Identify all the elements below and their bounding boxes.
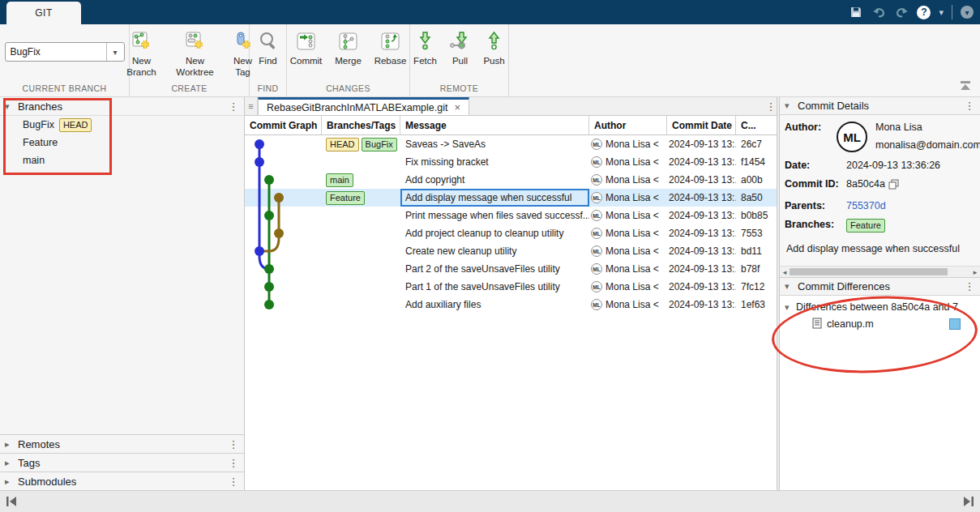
branch-item-feature[interactable]: Feature — [0, 134, 244, 151]
author-label: Author: — [785, 122, 832, 133]
branches-menu-icon[interactable]: ⋮ — [228, 100, 239, 113]
branch-item-main[interactable]: main — [0, 151, 244, 169]
column-commit-graph[interactable]: Commit Graph — [245, 116, 322, 134]
branch-name: main — [23, 155, 45, 166]
collapse-icon[interactable]: ▾ — [785, 100, 798, 111]
undo-icon[interactable] — [871, 5, 886, 19]
session-caret-icon[interactable]: ▾ — [961, 6, 974, 19]
collapse-icon[interactable]: ▾ — [5, 101, 18, 112]
help-caret-icon[interactable]: ▾ — [939, 7, 944, 18]
new-worktree-button[interactable]: New Worktree — [172, 29, 219, 79]
column-commit-id[interactable]: C... — [736, 116, 777, 134]
commit-differences-menu-icon[interactable]: ⋮ — [964, 280, 975, 292]
table-row-selected[interactable]: Feature Add display message when success… — [245, 189, 777, 207]
file-icon — [812, 318, 822, 331]
differences-group-row[interactable]: ▾ Differences between 8a50c4a and 7 — [780, 299, 980, 315]
submodules-menu-icon[interactable]: ⋮ — [228, 476, 239, 488]
tags-section-header[interactable]: ▸ Tags ⋮ — [0, 453, 244, 471]
branch-badge: main — [326, 173, 353, 187]
commit-graph-cell — [245, 189, 322, 207]
table-row[interactable]: HEAD BugFix Saveas -> SaveAs MLMona Lisa… — [245, 135, 777, 153]
parent-commit-link[interactable]: 755370d — [846, 200, 886, 211]
message-cell: Part 2 of the saveUnsaveFiles utility — [400, 260, 589, 278]
table-row[interactable]: Add auxiliary files MLMona Lisa < 2024-0… — [245, 296, 777, 314]
scrollbar-thumb[interactable] — [790, 268, 948, 275]
commit-graph-cell — [245, 278, 322, 296]
pull-button[interactable]: Pull — [447, 29, 474, 66]
group-label-changes: CHANGES — [287, 83, 409, 93]
branch-name: BugFix — [23, 119, 54, 130]
collapse-toolstrip-icon[interactable] — [959, 80, 972, 92]
diff-file-row[interactable]: cleanup.m — [780, 315, 980, 333]
table-row[interactable]: Fix missing bracket MLMona Lisa < 2024-0… — [245, 153, 777, 171]
column-branches-tags[interactable]: Branches/Tags — [322, 116, 400, 134]
author-cell: MLMona Lisa < — [589, 207, 667, 224]
close-icon[interactable]: × — [454, 101, 460, 113]
commit-differences-header[interactable]: ▾ Commit Differences ⋮ — [780, 278, 980, 296]
commit-graph-cell — [245, 260, 322, 278]
expand-icon[interactable]: ▸ — [5, 476, 18, 487]
document-bar-icon[interactable]: ≡ — [245, 97, 258, 115]
commit-id-value: 8a50c4a — [846, 178, 885, 190]
branches-tags-cell — [322, 242, 400, 260]
column-commit-date[interactable]: Commit Date — [667, 116, 736, 134]
collapse-left-panel-icon[interactable] — [6, 496, 17, 510]
author-name: Mona Lisa — [875, 122, 980, 133]
matlab-git-window: GIT ? ▾ ▾ BugFix ▾ CURRENT BRANCH — [0, 0, 980, 512]
expand-icon[interactable]: ▸ — [5, 458, 18, 468]
fetch-icon — [413, 29, 438, 53]
find-button[interactable]: Find — [250, 29, 286, 66]
commit-rows: HEAD BugFix Saveas -> SaveAs MLMona Lisa… — [245, 135, 777, 314]
message-cell: Create new cleanup utility — [400, 242, 589, 260]
new-branch-button[interactable]: New Branch — [118, 29, 165, 79]
submodules-section-header[interactable]: ▸ Submodules ⋮ — [0, 471, 244, 490]
scroll-right-icon[interactable]: ▸ — [970, 268, 980, 276]
rebase-button[interactable]: Rebase — [373, 29, 409, 66]
head-badge: HEAD — [59, 118, 92, 132]
commit-date-cell: 2024-09-13 13:... — [667, 171, 736, 189]
avatar: ML — [591, 263, 602, 275]
tags-menu-icon[interactable]: ⋮ — [228, 457, 239, 469]
differences-group-label: Differences between 8a50c4a and 7 — [796, 301, 958, 313]
collapse-icon[interactable]: ▾ — [785, 302, 796, 313]
collapse-icon[interactable]: ▾ — [785, 281, 798, 292]
details-horizontal-scrollbar[interactable]: ◂ ▸ — [780, 266, 980, 278]
commit-history-panel: ≡ RebaseGitBranchInMATLABExample.git × ⋮… — [245, 97, 777, 490]
fetch-button[interactable]: Fetch — [411, 29, 440, 66]
document-menu-icon[interactable]: ⋮ — [765, 100, 777, 113]
merge-button[interactable]: Merge — [331, 29, 366, 66]
find-icon — [256, 29, 280, 53]
repo-document-tab[interactable]: RebaseGitBranchInMATLABExample.git × — [258, 97, 469, 115]
branches-tags-cell — [322, 278, 400, 296]
tab-git[interactable]: GIT — [6, 2, 81, 24]
save-icon[interactable] — [849, 5, 863, 19]
table-row[interactable]: Create new cleanup utility MLMona Lisa <… — [245, 242, 777, 260]
commit-icon — [294, 29, 319, 53]
current-branch-combobox[interactable]: BugFix ▾ — [5, 42, 125, 62]
scroll-left-icon[interactable]: ◂ — [780, 268, 790, 276]
table-row[interactable]: Part 2 of the saveUnsaveFiles utility ML… — [245, 260, 777, 278]
expand-icon[interactable]: ▸ — [5, 439, 18, 450]
branches-section-header[interactable]: ▾ Branches ⋮ — [0, 97, 244, 116]
table-row[interactable]: main Add copyright MLMona Lisa < 2024-09… — [245, 171, 777, 189]
table-row[interactable]: Print message when files saved successf.… — [245, 207, 777, 224]
copy-icon[interactable] — [888, 178, 899, 193]
help-icon[interactable]: ? — [917, 6, 931, 19]
column-message[interactable]: Message — [400, 116, 589, 134]
commit-details-menu-icon[interactable]: ⋮ — [964, 100, 975, 112]
branch-item-bugfix[interactable]: BugFix HEAD — [0, 116, 244, 134]
author-cell: MLMona Lisa < — [589, 135, 667, 153]
git-toolstrip: BugFix ▾ CURRENT BRANCH New Branch New W… — [0, 24, 980, 97]
redo-icon[interactable] — [894, 5, 909, 19]
table-row[interactable]: Part 1 of the saveUnsaveFiles utility ML… — [245, 278, 777, 296]
merge-icon — [336, 29, 361, 53]
group-find: Find FIND — [250, 24, 287, 96]
commit-details-header[interactable]: ▾ Commit Details ⋮ — [780, 97, 980, 115]
remotes-menu-icon[interactable]: ⋮ — [228, 438, 239, 450]
table-row[interactable]: Add project cleanup to cleanup utility M… — [245, 224, 777, 242]
remotes-section-header[interactable]: ▸ Remotes ⋮ — [0, 434, 244, 453]
column-author[interactable]: Author — [589, 116, 667, 134]
collapse-right-panel-icon[interactable] — [963, 496, 974, 510]
commit-button[interactable]: Commit — [289, 29, 324, 66]
push-button[interactable]: Push — [481, 29, 508, 66]
